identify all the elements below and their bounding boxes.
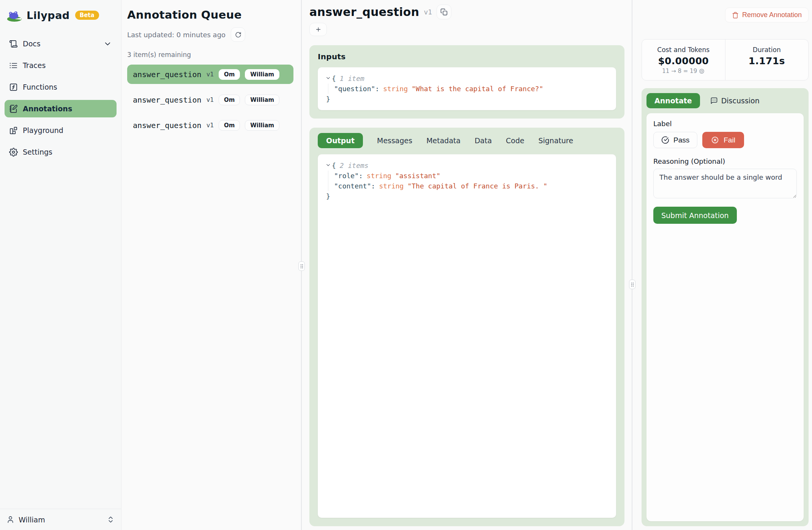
json-value: "What is the capital of France?" [412,85,543,93]
json-row: "role":string"assistant" [334,171,609,181]
beta-badge: Beta [75,11,99,20]
json-value: "assistant" [395,172,440,180]
collapse-chevron-icon[interactable] [325,73,332,84]
queue-item-version: v1 [207,71,214,78]
panel-resizer [624,0,642,530]
app-root: Lilypad Beta Docs Traces [0,0,812,530]
assignee-badge: William [245,69,279,80]
queue-item[interactable]: answer_question v1 Om William [127,65,293,84]
fail-button[interactable]: Fail [702,132,744,148]
plus-icon [315,26,322,33]
annotation-queue-panel: Annotation Queue Last updated: 0 minutes… [121,0,301,530]
duration-value: 1.171s [725,55,809,66]
duration-stat: Duration 1.171s [725,40,809,80]
json-key: "content": [334,182,375,190]
remove-annotation-label: Remove Annotation [742,11,802,19]
brand-name: Lilypad [27,9,70,21]
resize-grip[interactable] [298,261,305,271]
tab-signature[interactable]: Signature [538,136,573,145]
chevron-down-icon [103,40,112,48]
tab-messages[interactable]: Messages [377,136,412,145]
chevrons-up-down-icon [107,516,115,524]
json-type: string [367,172,391,180]
scroll-icon [9,40,18,48]
message-square-icon [710,97,718,104]
lilypad-logo-icon [6,8,23,22]
queue-list: answer_question v1 Om William answer_que… [127,65,293,135]
sidebar-item-playground[interactable]: Playground [5,122,117,139]
json-key: "role": [334,172,363,180]
blocks-icon [9,126,18,135]
add-button[interactable] [309,23,327,36]
queue-item-name: answer_question [133,121,202,130]
annotation-panel: Remove Annotation Cost and Tokens $0.000… [642,0,812,530]
json-open-brace: { [332,73,336,84]
reasoning-label: Reasoning (Optional) [653,157,797,165]
json-close-brace: } [326,94,609,104]
assignee-badge: Om [219,120,240,131]
page-title: answer_question [309,5,419,19]
sidebar-item-label: Settings [23,148,52,156]
user-menu[interactable]: William [0,509,121,530]
grip-dots-icon [631,282,634,287]
last-updated-text: Last updated: 0 minutes ago [127,31,225,39]
pass-button[interactable]: Pass [653,132,697,148]
assignee-badge: William [245,120,279,131]
resize-grip[interactable] [629,280,635,289]
json-row: "question":string"What is the capital of… [334,84,609,94]
tab-discussion[interactable]: Discussion [710,97,760,105]
sidebar-item-traces[interactable]: Traces [5,57,117,74]
sidebar-item-settings[interactable]: Settings [5,143,117,161]
reasoning-input[interactable]: The answer should be a single word [653,169,797,198]
queue-item-version: v1 [207,96,214,103]
submit-annotation-button[interactable]: Submit Annotation [653,207,737,224]
sidebar-item-docs[interactable]: Docs [5,35,117,52]
json-item-count: 1 item [340,73,364,84]
copy-button[interactable] [437,5,451,19]
inputs-json-viewer: { 1 item "question":string"What is the c… [318,67,616,110]
copy-icon [440,8,448,16]
refresh-button[interactable] [231,27,245,42]
tab-code[interactable]: Code [506,136,525,145]
sidebar-item-label: Functions [23,83,57,91]
queue-item-name: answer_question [133,95,202,104]
queue-item[interactable]: answer_question v1 Om William [127,115,293,135]
queue-title: Annotation Queue [127,8,293,21]
items-remaining-text: 3 item(s) remaining [127,51,293,59]
tab-annotate[interactable]: Annotate [646,93,700,108]
panel-resizer [301,0,309,530]
output-card: Output Messages Metadata Data Code Signa… [309,128,624,526]
queue-item[interactable]: answer_question v1 Om William [127,90,293,109]
assignee-badge: William [245,95,279,105]
cost-label: Cost and Tokens [642,46,725,54]
collapse-chevron-icon[interactable] [325,160,332,171]
x-circle-icon [711,136,719,144]
output-tabs: Output Messages Metadata Data Code Signa… [318,133,616,148]
sidebar: Lilypad Beta Docs Traces [0,0,121,530]
cost-tokens-stat: Cost and Tokens $0.00000 11 → 8 = 19 [642,40,725,80]
sidebar-item-annotations[interactable]: Annotations [5,100,117,117]
tab-data[interactable]: Data [475,136,492,145]
list-icon [9,61,18,70]
assignee-badge: Om [219,95,240,105]
refresh-icon [235,32,241,38]
stats-card: Cost and Tokens $0.00000 11 → 8 = 19 Dur… [642,39,809,81]
notebook-pen-icon [9,104,18,113]
sidebar-item-functions[interactable]: Functions [5,78,117,96]
remove-annotation-button[interactable]: Remove Annotation [725,8,809,22]
trash-icon [732,12,739,19]
json-type: string [379,182,404,190]
sidebar-nav: Docs Traces Functions [0,35,121,161]
json-item-count: 2 items [340,160,369,171]
tab-metadata[interactable]: Metadata [426,136,460,145]
tokens-value: 11 → 8 = 19 [662,68,697,74]
queue-item-version: v1 [207,122,214,129]
tab-output[interactable]: Output [318,133,363,148]
sidebar-item-label: Annotations [23,104,72,113]
discussion-label: Discussion [721,97,760,105]
grip-dots-icon [300,264,304,269]
annotate-form: Label Pass Fail [646,113,804,521]
assignee-badge: Om [219,69,240,80]
cost-value: $0.00000 [642,55,725,66]
annotate-card: Annotate Discussion Label [642,88,809,526]
